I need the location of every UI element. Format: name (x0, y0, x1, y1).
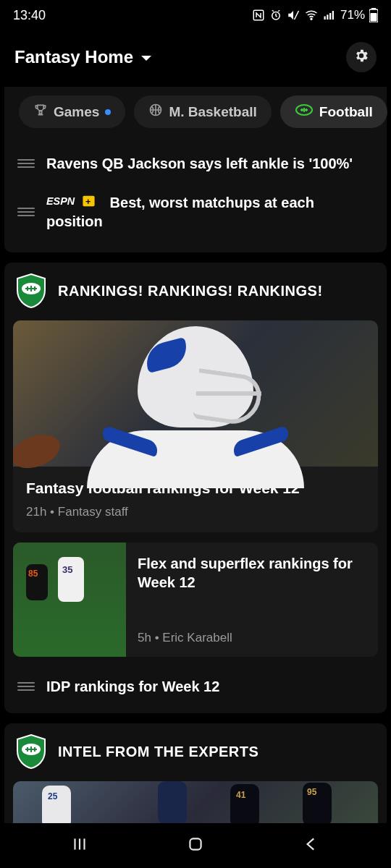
card-age: 5h (138, 631, 151, 644)
news-headline: ESPN+ Best, worst matchups at each posit… (46, 193, 374, 231)
basketball-icon (148, 103, 163, 121)
back-button[interactable] (302, 835, 321, 856)
card-title: Flex and superflex rankings for Week 12 (138, 554, 366, 592)
card-meta: 5h • Eric Karabell (138, 631, 366, 645)
rankings-card-flex[interactable]: Flex and superflex rankings for Week 12 … (13, 542, 378, 657)
card-author: Eric Karabell (162, 631, 232, 644)
football-icon (295, 103, 314, 120)
svg-rect-7 (332, 11, 334, 20)
wifi-icon (304, 9, 319, 22)
espn-plus-badge: ESPN+ (46, 195, 98, 208)
gear-icon (353, 48, 369, 67)
tab-football[interactable]: Football (280, 95, 387, 128)
svg-rect-5 (327, 14, 328, 20)
news-item[interactable]: Ravens QB Jackson says left ankle is '10… (4, 144, 387, 183)
card-thumbnail (13, 542, 126, 657)
rankings-section: RANKINGS! RANKINGS! RANKINGS! Fantasy fo… (4, 263, 387, 713)
svg-rect-10 (371, 13, 377, 22)
svg-point-3 (311, 18, 312, 20)
mute-icon (287, 9, 300, 22)
card-age: 21h (26, 505, 46, 519)
rankings-item-idp[interactable]: IDP rankings for Week 12 (4, 667, 387, 706)
tab-games[interactable]: Games (19, 95, 125, 128)
intel-hero-image[interactable] (13, 781, 378, 829)
category-tabs: Games M. Basketball Football (4, 87, 387, 141)
notification-dot-icon (105, 109, 111, 115)
tab-mbasketball-label: M. Basketball (169, 104, 256, 120)
home-button[interactable] (186, 835, 205, 856)
news-headline: Ravens QB Jackson says left ankle is '10… (46, 154, 353, 173)
tab-games-label: Games (54, 104, 99, 120)
svg-text:ESPN: ESPN (46, 195, 75, 207)
fantasy-shield-icon (14, 733, 48, 770)
battery-icon (369, 8, 378, 22)
rankings-idp-headline: IDP rankings for Week 12 (46, 677, 219, 696)
news-section: Ravens QB Jackson says left ankle is '10… (4, 141, 387, 252)
page-title: Fantasy Home (14, 47, 133, 67)
svg-rect-22 (190, 838, 201, 849)
android-nav-bar (0, 823, 391, 868)
svg-rect-4 (324, 17, 325, 20)
intel-title: INTEL FROM THE EXPERTS (58, 744, 258, 760)
hero-image (13, 320, 378, 467)
trophy-icon (33, 103, 48, 121)
signal-icon (323, 9, 336, 22)
list-icon (17, 208, 35, 216)
tab-m-basketball[interactable]: M. Basketball (134, 95, 271, 128)
settings-button[interactable] (346, 42, 377, 72)
section-header: RANKINGS! RANKINGS! RANKINGS! (4, 263, 387, 320)
svg-line-2 (294, 11, 298, 20)
fantasy-shield-icon (14, 273, 48, 309)
status-bar: 13:40 71% (0, 0, 391, 30)
tab-football-label: Football (319, 104, 373, 120)
section-header: INTEL FROM THE EXPERTS (4, 723, 387, 781)
svg-rect-6 (329, 13, 331, 20)
rankings-title: RANKINGS! RANKINGS! RANKINGS! (58, 283, 323, 299)
rankings-hero-card[interactable]: Fantasy football rankings for Week 12 21… (13, 320, 378, 532)
status-icons: 71% (252, 8, 378, 22)
list-icon (17, 682, 35, 691)
page-title-dropdown[interactable]: Fantasy Home (14, 47, 152, 67)
battery-text: 71% (340, 8, 365, 22)
intel-section: INTEL FROM THE EXPERTS (4, 723, 387, 829)
recents-button[interactable] (70, 835, 89, 856)
nfc-icon (252, 9, 265, 22)
alarm-icon (269, 9, 282, 22)
card-author: Fantasy staff (58, 505, 128, 519)
svg-text:+: + (85, 197, 91, 207)
card-meta: 21h • Fantasy staff (26, 505, 365, 519)
news-item[interactable]: ESPN+ Best, worst matchups at each posit… (4, 183, 387, 241)
clock: 13:40 (13, 8, 46, 23)
app-header: Fantasy Home (0, 30, 391, 87)
list-icon (17, 159, 35, 168)
chevron-down-icon (140, 47, 152, 67)
